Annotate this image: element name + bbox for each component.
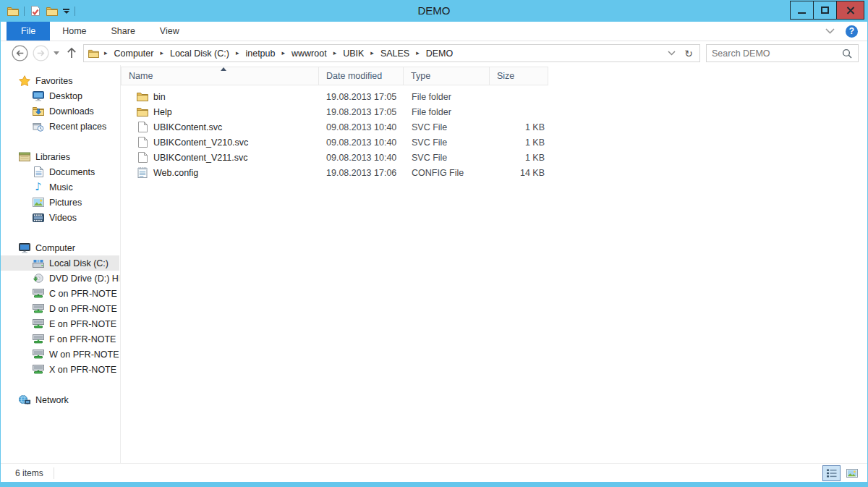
column-header-date-modified[interactable]: Date modified (318, 67, 404, 85)
file-row-bin[interactable]: bin 19.08.2013 17:05 File folder (121, 89, 867, 104)
breadcrumb-inetpub[interactable]: inetpub (244, 48, 276, 59)
file-row-help[interactable]: Help 19.08.2013 17:05 File folder (121, 104, 867, 119)
file-date: 19.08.2013 17:05 (319, 92, 404, 102)
quick-access-toolbar (0, 5, 75, 17)
sidebar-item-videos[interactable]: Videos (1, 210, 119, 225)
file-row-ubikcontent-v211-svc[interactable]: UBIKContent_V211.svc 09.08.2013 10:40 SV… (121, 150, 867, 165)
sidebar-gap (1, 225, 119, 240)
sidebar-item-downloads[interactable]: Downloads (1, 103, 119, 119)
sidebar-item-dvd-drive-d[interactable]: DVD Drive (D:) HRM_ (1, 271, 119, 286)
breadcrumb-sales[interactable]: SALES (379, 48, 411, 59)
column-header-type[interactable]: Type (403, 67, 490, 85)
column-header-name[interactable]: Name (121, 67, 319, 85)
quick-access-dropdown-icon[interactable] (63, 9, 69, 14)
breadcrumb-separator[interactable]: ▸ (99, 50, 113, 56)
sidebar-item-d-on-pfr-note[interactable]: D on PFR-NOTE (1, 301, 119, 316)
breadcrumb-separator[interactable]: ▸ (365, 50, 379, 56)
search-input[interactable] (707, 48, 842, 59)
sidebar-item-local-disk-c[interactable]: Local Disk (C:) (1, 255, 119, 271)
minimize-button[interactable] (790, 1, 814, 20)
file-row-ubikcontent-v210-svc[interactable]: UBIKContent_V210.svc 09.08.2013 10:40 SV… (121, 135, 867, 150)
forward-button[interactable] (33, 45, 49, 62)
folder-icon (137, 91, 148, 103)
sidebar-section-libraries[interactable]: Libraries (1, 149, 119, 164)
up-button[interactable] (66, 46, 77, 59)
window-controls (791, 1, 864, 20)
help-icon[interactable]: ? (846, 25, 858, 38)
file-size: 1 KB (491, 122, 550, 132)
title-bar: DEMO (0, 0, 868, 22)
up-icon (66, 46, 77, 59)
sidebar-item-music[interactable]: ♪ Music (1, 179, 119, 195)
details-view-button[interactable] (822, 465, 841, 481)
tab-home[interactable]: Home (50, 22, 98, 41)
file-date: 09.08.2013 10:40 (319, 122, 404, 132)
breadcrumb-separator[interactable]: ▸ (155, 50, 169, 56)
folder-icon (137, 106, 148, 118)
recent-places-icon (33, 121, 44, 132)
sidebar-item-w-on-pfr-note[interactable]: W on PFR-NOTE (1, 347, 119, 362)
sidebar-item-label: Local Disk (C:) (49, 258, 109, 268)
sidebar-section-computer[interactable]: Computer (1, 240, 119, 255)
file-row-web-config[interactable]: Web.config 19.08.2013 17:06 CONFIG File … (121, 165, 867, 180)
sidebar-item-label: Recent places (49, 122, 106, 132)
address-bar[interactable]: ▸ Computer ▸ Local Disk (C:) ▸ inetpub ▸… (83, 44, 700, 62)
search-box (706, 44, 859, 62)
search-icon[interactable] (842, 48, 858, 59)
file-type: SVC File (404, 137, 491, 148)
sidebar-section-network[interactable]: Network (1, 392, 119, 407)
file-row-ubikcontent-svc[interactable]: UBIKContent.svc 09.08.2013 10:40 SVC Fil… (121, 119, 867, 135)
history-dropdown-icon[interactable] (54, 51, 59, 55)
properties-icon[interactable] (30, 5, 41, 17)
sidebar-item-documents[interactable]: Documents (1, 164, 119, 179)
breadcrumb-ubik[interactable]: UBIK (341, 48, 365, 59)
sidebar-item-label: F on PFR-NOTE (49, 334, 116, 344)
sidebar-item-label: Music (49, 182, 73, 192)
toolbar-separator (24, 7, 25, 16)
dvd-drive-icon (33, 273, 44, 284)
column-header-size[interactable]: Size (489, 67, 548, 85)
sidebar-item-label: DVD Drive (D:) HRM_ (49, 274, 119, 284)
sidebar-section-label: Network (35, 395, 69, 405)
sidebar-item-f-on-pfr-note[interactable]: F on PFR-NOTE (1, 331, 119, 347)
sidebar-item-label: X on PFR-NOTE (49, 365, 116, 375)
ribbon-collapse-icon[interactable] (825, 28, 835, 34)
breadcrumb-local-disk[interactable]: Local Disk (C:) (169, 48, 231, 59)
network-drive-icon (33, 349, 44, 360)
item-count: 6 items (15, 468, 43, 478)
breadcrumb-separator[interactable]: ▸ (411, 50, 425, 56)
breadcrumb-wwwroot[interactable]: wwwroot (290, 48, 328, 59)
libraries-icon (19, 151, 30, 163)
sidebar-item-x-on-pfr-note[interactable]: X on PFR-NOTE (1, 362, 119, 377)
refresh-icon[interactable]: ↻ (684, 48, 693, 59)
navigation-pane: Favorites Desktop Downloads Recent place… (1, 65, 119, 463)
tab-view[interactable]: View (148, 22, 192, 41)
thumbnail-view-button[interactable] (843, 465, 861, 481)
sidebar-item-pictures[interactable]: Pictures (1, 195, 119, 210)
breadcrumb-separator[interactable]: ▸ (231, 50, 244, 56)
film-strip-icon (33, 212, 44, 224)
sidebar-section-favorites[interactable]: Favorites (1, 73, 119, 88)
breadcrumb-separator[interactable]: ▸ (328, 50, 342, 56)
file-icon (137, 137, 148, 148)
new-folder-icon[interactable] (46, 5, 58, 17)
address-dropdown-icon[interactable] (668, 51, 676, 56)
sidebar-item-desktop[interactable]: Desktop (1, 88, 119, 103)
explorer-app-icon (7, 5, 19, 17)
status-bar: 6 items (1, 463, 867, 482)
breadcrumb-computer[interactable]: Computer (113, 48, 156, 59)
tab-share[interactable]: Share (99, 22, 148, 41)
back-button[interactable] (12, 45, 28, 62)
downloads-folder-icon (33, 106, 44, 117)
sidebar-item-c-on-pfr-note[interactable]: C on PFR-NOTE (1, 286, 119, 301)
network-drive-icon (33, 334, 44, 345)
close-button[interactable] (836, 1, 864, 20)
breadcrumb-demo[interactable]: DEMO (425, 48, 455, 59)
maximize-icon (821, 7, 829, 14)
sidebar-item-label: Downloads (49, 106, 94, 117)
breadcrumb-separator[interactable]: ▸ (276, 50, 290, 56)
sidebar-item-e-on-pfr-note[interactable]: E on PFR-NOTE (1, 316, 119, 331)
tab-file[interactable]: File (7, 22, 50, 41)
maximize-button[interactable] (813, 1, 837, 20)
sidebar-item-recent-places[interactable]: Recent places (1, 119, 119, 134)
